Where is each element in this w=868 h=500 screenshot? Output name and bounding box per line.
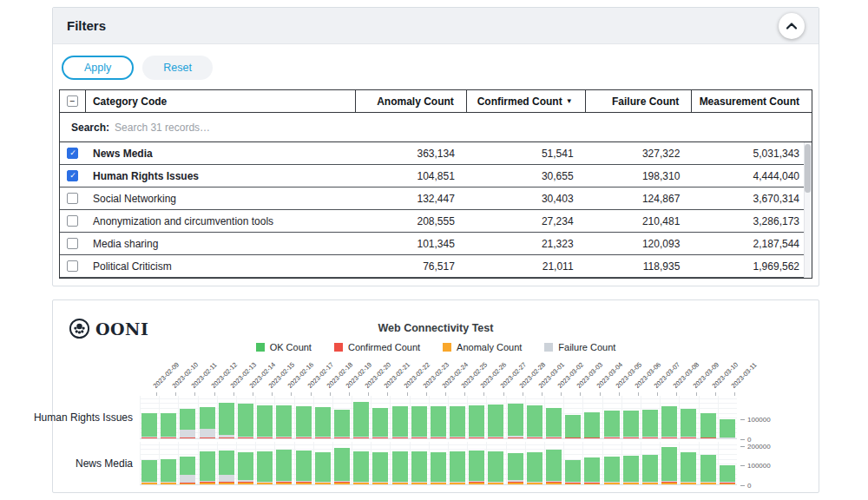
- filters-panel-header: Filters: [53, 8, 819, 44]
- bar-segment: [584, 412, 600, 437]
- legend-swatch-icon: [443, 343, 451, 352]
- bar-segment: [565, 460, 581, 482]
- bar-segment: [565, 483, 581, 484]
- bar-segment: [161, 438, 176, 438]
- column-header-measurement[interactable]: Measurement Count: [692, 90, 812, 112]
- legend-item: Failure Count: [544, 342, 615, 352]
- column-header-confirmed[interactable]: Confirmed Count ▼: [467, 90, 586, 112]
- bar-segment: [141, 482, 157, 483]
- anomaly-count-cell: 76,517: [356, 260, 467, 273]
- bar-segment: [642, 482, 658, 483]
- bar-segment: [642, 455, 658, 482]
- table-row[interactable]: ✓ News Media 363,134 51,541 327,322 5,03…: [60, 142, 812, 165]
- bar-segment: [450, 482, 465, 483]
- bar-segment: [238, 404, 253, 437]
- bar-segment: [411, 438, 427, 438]
- select-all-checkbox[interactable]: −: [67, 95, 78, 107]
- row-checkbox[interactable]: [67, 193, 78, 204]
- bar-segment: [681, 438, 696, 438]
- column-header-failure[interactable]: Failure Count: [586, 90, 693, 112]
- bar-segment: [488, 438, 503, 438]
- bar-segment: [527, 452, 542, 481]
- bar-segment: [200, 482, 215, 483]
- bar-segment: [372, 482, 388, 483]
- bar-segment: [219, 435, 234, 438]
- apply-button[interactable]: Apply: [62, 56, 134, 80]
- column-header-anomaly[interactable]: Anomaly Count: [356, 90, 467, 112]
- bar-segment: [584, 482, 600, 483]
- bar-segment: [565, 438, 581, 438]
- select-all-cell: −: [60, 90, 86, 112]
- bar-segment: [392, 482, 408, 483]
- bar-segment: [661, 438, 677, 438]
- bar-segment: [200, 438, 215, 438]
- filter-actions: Apply Reset: [53, 44, 819, 89]
- bar-segment: [141, 483, 157, 484]
- chart-row: News Media0100000200000: [53, 442, 819, 485]
- bar-segment: [238, 438, 253, 438]
- table-row[interactable]: Social Networking 132,447 30,403 124,867…: [60, 188, 812, 210]
- measurement-count-cell: 3,670,314: [692, 193, 812, 205]
- category-cell: News Media: [86, 148, 356, 160]
- measurement-count-cell: 2,187,544: [692, 238, 812, 250]
- table-row[interactable]: ✓ Human Rights Issues 104,851 30,655 198…: [60, 165, 812, 188]
- table-row[interactable]: Media sharing 101,345 21,323 120,093 2,1…: [60, 233, 812, 255]
- table-body: ✓ News Media 363,134 51,541 327,322 5,03…: [60, 142, 812, 278]
- category-cell: Social Networking: [86, 193, 356, 205]
- bar-segment: [180, 483, 195, 484]
- bar-segment: [431, 482, 446, 483]
- bar-segment: [315, 452, 331, 482]
- chart-row-label: Human Rights Issues: [53, 396, 140, 439]
- column-header-category[interactable]: Category Code: [86, 90, 356, 112]
- bar-segment: [431, 438, 446, 438]
- bar-segment: [372, 438, 388, 438]
- bar-segment: [372, 408, 388, 438]
- bar-segment: [257, 483, 273, 484]
- bar-segment: [700, 482, 716, 483]
- confirmed-count-cell: 51,541: [467, 148, 586, 160]
- bar-segment: [219, 438, 234, 438]
- bar-segment: [411, 438, 427, 438]
- row-checkbox-cell: [60, 193, 86, 204]
- bar-segment: [257, 438, 273, 438]
- table-scrollbar-thumb[interactable]: [805, 144, 811, 193]
- row-checkbox[interactable]: ✓: [67, 148, 78, 159]
- bar-segment: [488, 451, 503, 482]
- bar-segment: [700, 455, 716, 482]
- bar-segment: [411, 482, 427, 483]
- row-checkbox[interactable]: ✓: [67, 170, 78, 181]
- bar-segment: [469, 438, 484, 438]
- bar-segment: [180, 475, 195, 483]
- bar-segment: [450, 483, 465, 484]
- bar-segment: [565, 415, 581, 437]
- row-checkbox-cell: ✓: [60, 170, 86, 181]
- bar-segment: [353, 438, 369, 438]
- search-input[interactable]: [115, 113, 812, 141]
- bar-segment: [161, 413, 176, 437]
- bar-segment: [604, 482, 620, 483]
- row-checkbox[interactable]: [67, 260, 78, 272]
- chart-row-label: News Media: [53, 442, 140, 485]
- bar-segment: [276, 405, 292, 437]
- bar-segment: [353, 437, 369, 438]
- collapse-panel-button[interactable]: [779, 13, 805, 39]
- row-checkbox[interactable]: [67, 215, 78, 227]
- bar-segment: [623, 482, 639, 483]
- bar-segment: [200, 481, 215, 482]
- chart-title: Web Connectivity Test: [53, 322, 819, 334]
- legend-label: Confirmed Count: [348, 342, 420, 352]
- bar-segment: [527, 438, 542, 438]
- reset-button[interactable]: Reset: [142, 56, 213, 80]
- bar-segment: [238, 437, 253, 438]
- bar-segment: [584, 483, 600, 484]
- bar-segment: [392, 406, 408, 437]
- row-checkbox[interactable]: [67, 238, 78, 249]
- bar-segment: [546, 483, 562, 484]
- legend-label: Anomaly Count: [457, 342, 522, 352]
- table-row[interactable]: Political Criticism 76,517 21,011 118,93…: [60, 255, 812, 278]
- table-row[interactable]: Anonymization and circumvention tools 20…: [60, 210, 812, 233]
- table-scrollbar[interactable]: [804, 142, 812, 278]
- chart-plot: [140, 396, 737, 439]
- bar-segment: [546, 481, 562, 482]
- legend-item: OK Count: [256, 342, 312, 352]
